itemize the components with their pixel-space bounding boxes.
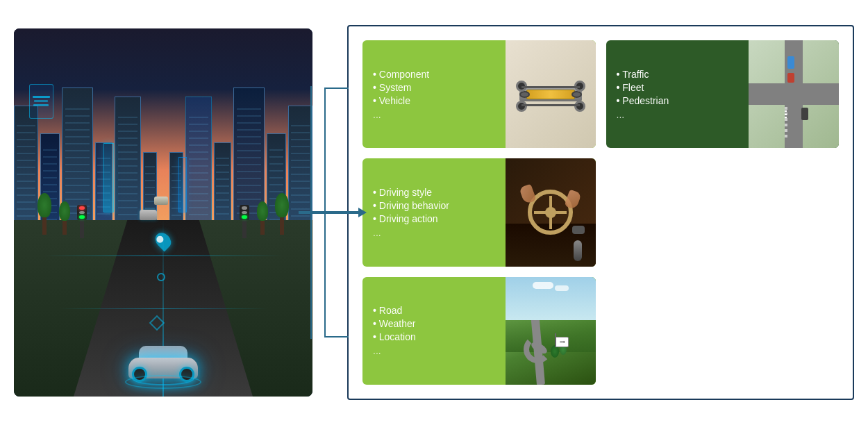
tree-left-1 (37, 193, 51, 235)
car-far-left (140, 210, 157, 220)
road-scene: ⟶ (506, 277, 596, 385)
traffic-item-3: Pedestrian (617, 95, 739, 106)
traffic-aerial (749, 40, 839, 148)
vehicle-card-text: Component System Vehicle ... (362, 62, 506, 127)
road-list: Road Weather Location (373, 305, 495, 342)
road-item-1: Road (373, 305, 495, 316)
right-panel: Component System Vehicle ... (347, 25, 854, 400)
tree-right-1 (275, 193, 289, 235)
driving-item-1: Driving style (373, 187, 495, 198)
location-pin (156, 232, 170, 249)
vehicle-card: Component System Vehicle ... (362, 40, 596, 148)
traffic-light-right (242, 210, 247, 238)
traffic-list: Traffic Fleet Pedestrian (617, 69, 739, 106)
connector-bot (324, 336, 349, 338)
car-far-right (154, 197, 168, 205)
traffic-item-1: Traffic (617, 69, 739, 80)
tree-right-2 (257, 201, 268, 235)
chassis-diagram (506, 40, 596, 148)
tree-left-2 (59, 201, 70, 235)
vehicle-image (506, 40, 596, 148)
steering-scene (506, 158, 596, 266)
driving-card-text: Driving style Driving behavior Driving a… (362, 180, 506, 245)
road-item-2: Weather (373, 318, 495, 329)
city-scene (14, 28, 312, 397)
driving-list: Driving style Driving behavior Driving a… (373, 187, 495, 224)
traffic-card-text: Traffic Fleet Pedestrian ... (606, 62, 749, 127)
vehicle-item-2: System (373, 82, 495, 93)
traffic-item-2: Fleet (617, 82, 739, 93)
traffic-card: Traffic Fleet Pedestrian ... (606, 40, 840, 148)
road-item-3: Location (373, 331, 495, 342)
driving-card: Driving style Driving behavior Driving a… (362, 158, 596, 266)
driving-ellipsis: ... (373, 227, 495, 238)
traffic-image (749, 40, 839, 148)
vehicle-list: Component System Vehicle (373, 69, 495, 106)
main-car (122, 340, 205, 378)
driving-item-2: Driving behavior (373, 200, 495, 211)
traffic-light-left (80, 210, 84, 238)
road-card-text: Road Weather Location ... (362, 298, 506, 363)
left-image-panel (14, 28, 312, 397)
road-ellipsis: ... (373, 345, 495, 356)
traffic-ellipsis: ... (617, 109, 739, 120)
vehicle-ellipsis: ... (373, 109, 495, 120)
driving-item-3: Driving action (373, 213, 495, 224)
road-image: ⟶ (506, 277, 596, 385)
holo-display-left (29, 84, 53, 119)
main-arrow (299, 211, 361, 214)
main-container: Component System Vehicle ... (0, 0, 868, 425)
vehicle-item-3: Vehicle (373, 95, 495, 106)
vehicle-item-1: Component (373, 69, 495, 80)
driving-image (506, 158, 596, 266)
connector-top (324, 88, 349, 89)
road-card: Road Weather Location ... (362, 277, 596, 385)
